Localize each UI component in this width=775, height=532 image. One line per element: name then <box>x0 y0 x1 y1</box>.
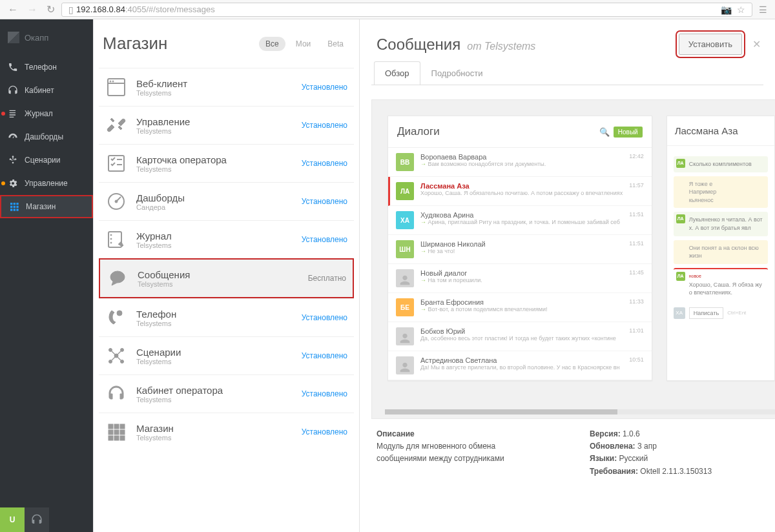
svg-point-11 <box>110 238 112 240</box>
store-item[interactable]: Магазин Telsystems Установлено <box>99 413 354 451</box>
store-item[interactable]: Журнал Telsystems Установлено <box>99 220 354 258</box>
dialog-preview: → Вот-вот, а потом поделимся впечатления… <box>420 306 623 312</box>
store-item[interactable]: Сообщения Telsystems Бесплатно <box>99 258 354 298</box>
svg-line-21 <box>118 351 121 354</box>
dialog-row[interactable]: Астрединова Светлана Да! Мы в августе пр… <box>388 351 652 380</box>
sidebar-label: Телефон <box>25 63 57 72</box>
camera-icon[interactable]: 📷 <box>718 5 734 15</box>
menu-icon[interactable]: ☰ <box>756 5 770 15</box>
new-dialog-button[interactable]: Новый <box>614 127 643 138</box>
svg-point-18 <box>109 360 112 363</box>
compose-button[interactable]: Написать <box>689 307 724 319</box>
store-item[interactable]: Управление Telsystems Установлено <box>99 106 354 144</box>
gear-icon <box>8 178 18 189</box>
user-avatar-button[interactable]: U <box>0 507 25 532</box>
svg-rect-31 <box>114 436 119 440</box>
svg-point-19 <box>121 360 124 363</box>
version-value: 1.0.6 <box>623 429 640 438</box>
store-item[interactable]: Карточка оператора Telsystems Установлен… <box>99 144 354 182</box>
svg-point-16 <box>109 349 112 352</box>
sidebar-item-store[interactable]: Магазин <box>0 195 93 218</box>
module-vendor: от Telsystems <box>467 41 535 52</box>
support-headset-button[interactable] <box>25 507 49 532</box>
bubble-text: Они понят а на склон всю жизн <box>689 245 759 260</box>
dialog-row[interactable]: ШН Ширманов Николай → Не за что! 11:51 <box>388 235 652 264</box>
store-item-name: Кабинет оператора <box>136 385 293 396</box>
dialogs-title: Диалоги <box>397 125 440 138</box>
close-icon[interactable]: ✕ <box>750 36 763 53</box>
dialog-preview: Хорошо, Саша. Я обязательно почитаю. А п… <box>420 190 623 196</box>
sidebar-label: Управление <box>25 179 68 188</box>
sidebar-item-dashboards[interactable]: Дашборды <box>0 125 93 148</box>
dialog-name: Бранта Ефросиния <box>420 298 623 306</box>
module-title: Сообщения <box>377 36 460 54</box>
store-list-panel: Магазин Все Мои Beta Веб-клиент Telsyste… <box>94 19 360 532</box>
app-name: Окапп <box>25 33 48 43</box>
store-item-name: Телефон <box>136 309 293 320</box>
sidebar-label: Дашборды <box>25 132 63 141</box>
tab-overview[interactable]: Обзор <box>374 61 420 85</box>
details-panel: Сообщения от Telsystems Установить ✕ Обз… <box>360 19 775 532</box>
dialog-name: Новый диалог <box>420 269 623 277</box>
browser-toolbar: ← → ↻ ▯ 192.168.0.84:4055/#/store/messag… <box>0 0 775 19</box>
nav-back-icon[interactable]: ← <box>5 4 21 15</box>
dialog-row[interactable]: ХА Худякова Арина → Арина, приглашай Рит… <box>388 206 652 235</box>
store-item-status: Установлено <box>302 389 347 398</box>
store-item-status: Бесплатно <box>308 274 346 283</box>
tab-details[interactable]: Подробности <box>420 61 494 85</box>
preview-dialogs-card: Диалоги 🔍 Новый ВВ Воропаева Варвара → В… <box>388 116 652 381</box>
filter-beta[interactable]: Beta <box>321 37 350 51</box>
install-button[interactable]: Установить <box>679 34 742 55</box>
scrollbar-thumb[interactable] <box>385 409 617 414</box>
store-filter: Все Мои Beta <box>259 37 350 51</box>
filter-all[interactable]: Все <box>259 37 285 51</box>
url-bar[interactable]: ▯ 192.168.0.84:4055/#/store/messages 📷 ☆ <box>61 3 752 17</box>
svg-point-10 <box>110 234 112 236</box>
chat-bubble: Они понят а на склон всю жизн <box>674 240 768 264</box>
store-item[interactable]: Веб-клиент Telsystems Установлено <box>99 68 354 106</box>
bookmark-star-icon[interactable]: ☆ <box>734 5 748 15</box>
svg-point-13 <box>110 271 125 283</box>
dialog-name: Воропаева Варвара <box>420 153 623 161</box>
app-logo[interactable]: Окапп <box>0 19 93 56</box>
search-icon[interactable]: 🔍 <box>599 127 610 137</box>
reload-icon[interactable]: ↻ <box>44 3 57 15</box>
dialog-row[interactable]: БЕ Бранта Ефросиния → Вот-вот, а потом п… <box>388 293 652 322</box>
store-item-icon <box>105 383 127 405</box>
svg-rect-28 <box>114 430 119 435</box>
store-item[interactable]: Кабинет оператора Telsystems Установлено <box>99 374 354 413</box>
store-item[interactable]: Сценарии Telsystems Установлено <box>99 336 354 374</box>
page-icon: ▯ <box>66 5 76 15</box>
sidebar-item-journal[interactable]: Журнал <box>0 102 93 125</box>
svg-point-17 <box>121 349 124 352</box>
sidebar-item-cabinet[interactable]: Кабинет <box>0 79 93 102</box>
svg-line-23 <box>118 357 121 360</box>
store-item-icon <box>105 421 127 443</box>
sidebar-item-scenarios[interactable]: Сценарии <box>0 148 93 172</box>
store-item-status: Установлено <box>302 159 347 168</box>
requirements-value: Oktell 2.11.3.150313 <box>640 467 712 476</box>
store-item-status: Установлено <box>302 235 347 244</box>
filter-mine[interactable]: Мои <box>289 37 318 51</box>
svg-rect-25 <box>114 424 119 429</box>
store-item[interactable]: Телефон Telsystems Установлено <box>99 298 354 336</box>
avatar: ЛА <box>396 182 414 200</box>
store-item-vendor: Telsystems <box>136 434 293 442</box>
dialog-row[interactable]: ВВ Воропаева Варвара → Вам возможно пона… <box>388 148 652 177</box>
notification-dot-icon <box>1 112 5 116</box>
sidebar-item-management[interactable]: Управление <box>0 172 93 195</box>
dialog-name: Лассмана Аза <box>420 182 623 190</box>
store-item[interactable]: Дашборды Сандера Установлено <box>99 182 354 220</box>
sidebar-item-phone[interactable]: Телефон <box>0 56 93 79</box>
preview-scrollbar[interactable] <box>385 409 775 414</box>
phone-icon <box>8 62 18 72</box>
dialog-row[interactable]: Бобков Юрий Да, особенно весь этот пласт… <box>388 322 652 351</box>
store-item-icon <box>107 267 129 289</box>
sidebar-label: Магазин <box>26 202 56 211</box>
store-item-name: Сообщения <box>138 269 299 280</box>
dialog-row[interactable]: Новый диалог → На том и порешили. 11:45 <box>388 264 652 293</box>
avatar: ВВ <box>396 153 414 171</box>
dialog-name: Бобков Юрий <box>420 327 623 335</box>
dialog-row[interactable]: ЛА Лассмана Аза Хорошо, Саша. Я обязател… <box>388 177 652 206</box>
svg-rect-32 <box>120 436 125 440</box>
